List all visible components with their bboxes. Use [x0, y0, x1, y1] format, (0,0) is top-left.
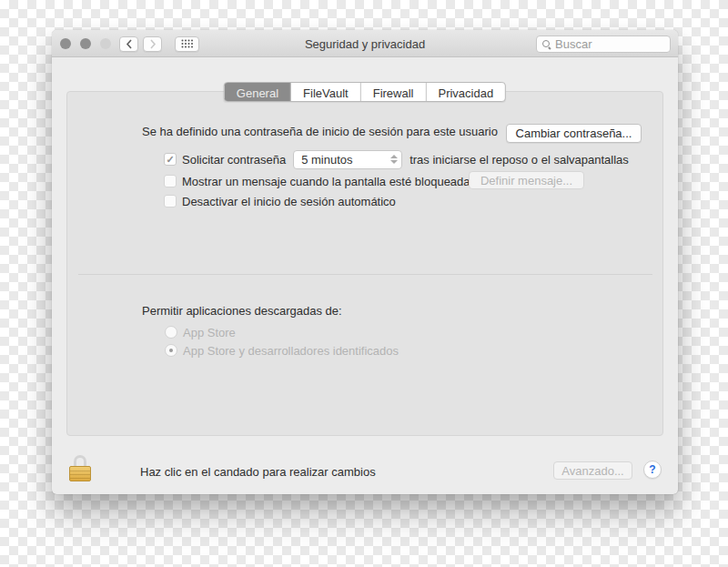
- section-separator: [78, 274, 652, 275]
- define-message-button[interactable]: Definir mensaje...: [469, 171, 584, 189]
- require-password-row: ✓ Solicitar contraseña 5 minutos tras in…: [164, 149, 629, 169]
- search-icon: [541, 39, 551, 49]
- transparency-checkerboard: { "window": { "title": "Seguridad y priv…: [0, 0, 728, 567]
- advanced-button[interactable]: Avanzado...: [553, 461, 632, 480]
- tab-firewall[interactable]: Firewall: [361, 83, 427, 101]
- require-password-checkbox[interactable]: ✓: [164, 153, 177, 166]
- lock-icon: [74, 455, 86, 466]
- password-defined-text: Se ha definido una contraseña de inicio …: [142, 125, 498, 138]
- general-tab-panel: Se ha definido una contraseña de inicio …: [66, 91, 663, 436]
- appstore-radio-label: App Store: [183, 326, 236, 339]
- require-password-label: Solicitar contraseña: [182, 153, 286, 167]
- lock-hint-text: Haz clic en el candado para realizar cam…: [140, 465, 376, 479]
- appstore-radio-row: App Store: [165, 325, 236, 339]
- tab-filevault[interactable]: FileVault: [291, 83, 361, 101]
- disable-autologin-checkbox[interactable]: [164, 195, 177, 208]
- tab-bar: General FileVault Firewall Privacidad: [224, 82, 506, 102]
- preferences-window: Seguridad y privacidad Buscar General Fi…: [52, 30, 678, 494]
- password-delay-value: 5 minutos: [294, 153, 387, 167]
- appstore-identified-radio[interactable]: [165, 344, 177, 357]
- stepper-arrows-icon: [387, 151, 401, 168]
- lock-button[interactable]: [69, 455, 91, 482]
- show-message-checkbox[interactable]: [164, 175, 177, 187]
- disable-autologin-row: Desactivar el inicio de sesión automátic…: [164, 191, 396, 211]
- allow-apps-label: Permitir aplicaciones descargadas de:: [142, 304, 342, 318]
- appstore-identified-radio-label: App Store y desarrolladores identificado…: [183, 344, 399, 358]
- password-delay-dropdown[interactable]: 5 minutos: [293, 150, 402, 169]
- appstore-identified-radio-row: App Store y desarrolladores identificado…: [165, 343, 399, 358]
- require-password-suffix: tras iniciarse el reposo o el salvapanta…: [410, 153, 629, 167]
- search-input[interactable]: Buscar: [536, 35, 671, 53]
- tab-privacidad[interactable]: Privacidad: [426, 83, 505, 101]
- show-message-label: Mostrar un mensaje cuando la pantalla es…: [182, 175, 470, 188]
- password-defined-row: Se ha definido una contraseña de inicio …: [142, 125, 498, 138]
- help-button[interactable]: ?: [643, 461, 662, 479]
- search-placeholder: Buscar: [555, 37, 592, 51]
- appstore-radio[interactable]: [165, 326, 177, 339]
- change-password-button[interactable]: Cambiar contraseña...: [506, 124, 642, 143]
- title-bar: Seguridad y privacidad Buscar: [52, 30, 678, 57]
- tab-general[interactable]: General: [225, 83, 291, 101]
- show-message-row: Mostrar un mensaje cuando la pantalla es…: [164, 171, 470, 191]
- disable-autologin-label: Desactivar el inicio de sesión automátic…: [182, 195, 396, 208]
